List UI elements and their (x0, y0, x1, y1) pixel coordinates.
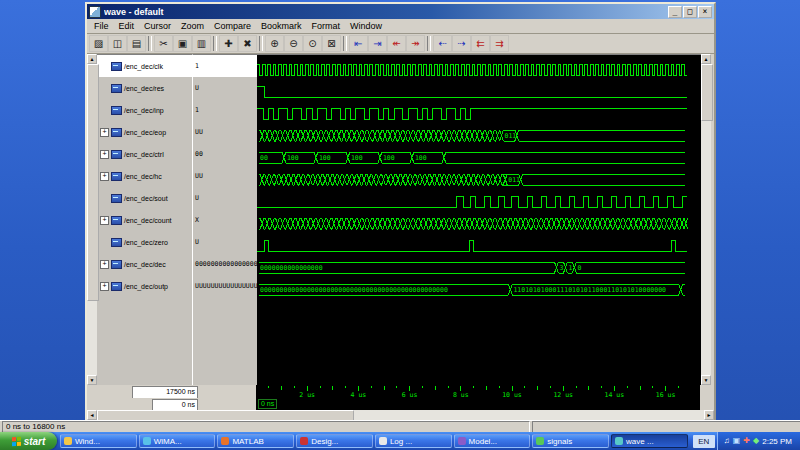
signal-names-pane: /enc_dec/clk/enc_dec/res/enc_dec/inp+/en… (97, 54, 192, 385)
signal-value: X (193, 209, 257, 231)
taskbar-app-icon (615, 437, 623, 445)
wave-scrollbar[interactable]: ▲ ▼ (701, 54, 711, 385)
names-scrollbar[interactable]: ▲ ▼ (87, 54, 97, 385)
signal-value: 0000000000000000 (193, 253, 257, 275)
goto-last-icon[interactable]: ⇉ (490, 35, 509, 52)
window-title: wave - default (104, 7, 665, 17)
signal-icon (111, 128, 122, 137)
network-icon[interactable]: ▣ (733, 437, 741, 445)
taskbar-button-label: Model... (469, 437, 497, 446)
svg-text:000000000000000000000000000000: 0000000000000000000000000000000000000000… (260, 286, 448, 294)
taskbar-button[interactable]: Log ... (375, 434, 452, 448)
find-next-transition-icon[interactable]: ⇥ (368, 35, 387, 52)
find-prev-falling-edge-icon[interactable]: ⇠ (433, 35, 452, 52)
wave-window: wave - default _□× FileEditCursorZoomCom… (85, 2, 716, 424)
zoom-in-icon[interactable]: ⊕ (265, 35, 284, 52)
signal-value: UUUUUUUUUUUUUUUU (193, 275, 257, 297)
expand-icon[interactable]: + (100, 260, 109, 269)
signal-row[interactable]: +/enc_dec/hc (97, 165, 192, 187)
taskbar-button[interactable]: wave ... (611, 434, 688, 448)
scroll-up-icon[interactable]: ▲ (87, 54, 97, 64)
taskbar-button[interactable]: MATLAB (217, 434, 294, 448)
cut-icon[interactable]: ✂ (154, 35, 173, 52)
zoom-range-icon[interactable]: ⊠ (322, 35, 341, 52)
signal-name: /enc_dec/zero (124, 239, 168, 246)
zoom-out-icon[interactable]: ⊖ (284, 35, 303, 52)
antivirus-icon[interactable]: ✚ (743, 437, 750, 445)
print-icon[interactable]: ▤ (127, 35, 146, 52)
wave-scrollbar-thumb[interactable] (701, 64, 713, 121)
cursor-strip[interactable]: 0 ns (256, 398, 700, 410)
signal-row[interactable]: /enc_dec/zero (97, 231, 192, 253)
taskbar-button[interactable]: signals (532, 434, 609, 448)
find-next-falling-edge-icon[interactable]: ⇢ (452, 35, 471, 52)
menu-edit[interactable]: Edit (114, 21, 140, 31)
svg-text:1: 1 (569, 264, 573, 272)
expand-icon[interactable]: + (100, 282, 109, 291)
signal-row[interactable]: /enc_dec/clk (97, 55, 192, 77)
expand-icon[interactable]: + (100, 150, 109, 159)
menu-compare[interactable]: Compare (209, 21, 256, 31)
maximize-button[interactable]: □ (683, 6, 697, 18)
goto-first-icon[interactable]: ⇇ (471, 35, 490, 52)
waveform-pane[interactable]: 0110010010010010010001100000000000000003… (257, 54, 701, 385)
horizontal-scrollbar[interactable]: ◄ ► (87, 410, 714, 420)
signal-row[interactable]: +/enc_dec/dec (97, 253, 192, 275)
close-button[interactable]: × (698, 6, 712, 18)
names-scrollbar-thumb[interactable] (87, 64, 99, 301)
taskbar-button-label: MATLAB (232, 437, 263, 446)
minimize-button[interactable]: _ (668, 6, 682, 18)
taskbar-button[interactable]: Desig... (296, 434, 373, 448)
taskbar-app-icon (536, 437, 544, 445)
taskbar-button[interactable]: Wind... (60, 434, 137, 448)
open-icon[interactable]: ▨ (89, 35, 108, 52)
messenger-icon[interactable]: ◆ (753, 437, 759, 445)
scroll-down-icon[interactable]: ▼ (87, 375, 97, 385)
scroll-left-icon[interactable]: ◄ (87, 410, 97, 420)
title-bar[interactable]: wave - default _□× (87, 4, 714, 19)
delete-cursor-icon[interactable]: ✖ (238, 35, 257, 52)
menu-file[interactable]: File (89, 21, 114, 31)
find-prev-transition-icon[interactable]: ⇤ (349, 35, 368, 52)
svg-text:110101010001110101011000110101: 110101010001110101011000110101010000000 (513, 286, 666, 294)
svg-text:0: 0 (577, 264, 581, 272)
signal-row[interactable]: /enc_dec/res (97, 77, 192, 99)
timeline-right-filler (700, 385, 710, 398)
zoom-full-icon[interactable]: ⊙ (303, 35, 322, 52)
menu-format[interactable]: Format (307, 21, 346, 31)
signal-row[interactable]: /enc_dec/sout (97, 187, 192, 209)
copy-icon[interactable]: ▣ (173, 35, 192, 52)
taskbar-button[interactable]: Model... (454, 434, 531, 448)
find-prev-edge-icon[interactable]: ↞ (387, 35, 406, 52)
start-label: start (24, 436, 46, 447)
signal-row[interactable]: +/enc_dec/ctrl (97, 143, 192, 165)
expand-icon[interactable]: + (100, 172, 109, 181)
signal-row[interactable]: +/enc_dec/eop (97, 121, 192, 143)
scroll-up-icon[interactable]: ▲ (701, 54, 711, 64)
menu-bookmark[interactable]: Bookmark (256, 21, 307, 31)
toolbar-separator (427, 36, 431, 51)
menu-cursor[interactable]: Cursor (139, 21, 176, 31)
add-cursor-icon[interactable]: ✚ (219, 35, 238, 52)
menu-zoom[interactable]: Zoom (176, 21, 209, 31)
taskbar-button[interactable]: WiMA... (139, 434, 216, 448)
signal-row[interactable]: /enc_dec/inp (97, 99, 192, 121)
start-button[interactable]: start (0, 432, 57, 450)
find-next-edge-icon[interactable]: ↠ (406, 35, 425, 52)
expand-icon[interactable]: + (100, 216, 109, 225)
signal-row[interactable]: +/enc_dec/outp (97, 275, 192, 297)
scroll-down-icon[interactable]: ▼ (701, 375, 711, 385)
save-icon[interactable]: ◫ (108, 35, 127, 52)
signal-icon (111, 216, 122, 225)
timeline-left-panel: 17500 ns (87, 385, 256, 398)
signal-icon (111, 62, 122, 71)
signal-value: 1 (193, 99, 257, 121)
menu-window[interactable]: Window (345, 21, 387, 31)
signal-icon (111, 106, 122, 115)
scroll-right-icon[interactable]: ► (704, 410, 714, 420)
volume-icon[interactable]: ♫ (724, 437, 730, 445)
expand-icon[interactable]: + (100, 128, 109, 137)
paste-icon[interactable]: ▥ (192, 35, 211, 52)
signal-row[interactable]: +/enc_dec/count (97, 209, 192, 231)
language-indicator[interactable]: EN (693, 435, 715, 448)
